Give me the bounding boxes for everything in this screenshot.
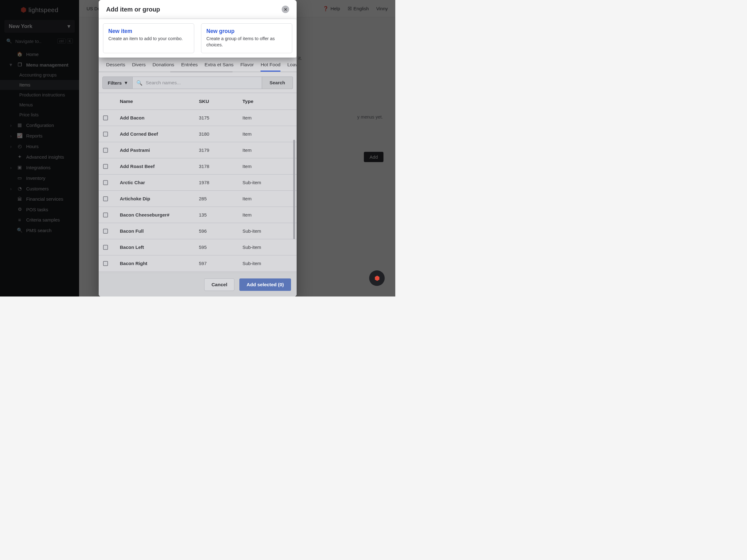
row-checkbox[interactable] <box>103 245 108 250</box>
table-row[interactable]: Add Bacon3175Item <box>99 110 297 126</box>
row-checkbox[interactable] <box>103 164 108 169</box>
row-type: Sub-item <box>242 244 292 250</box>
modal-header: Add item or group ✕ <box>99 0 297 19</box>
table-row[interactable]: Add Corned Beef3180Item <box>99 126 297 142</box>
items-table: Name SKU Type Add Bacon3175ItemAdd Corne… <box>99 93 297 272</box>
tab-donations[interactable]: Donations <box>153 62 174 72</box>
row-type: Sub-item <box>242 180 292 185</box>
tab-hot-food[interactable]: Hot Food <box>260 62 280 72</box>
new-group-card[interactable]: New group Create a group of items to off… <box>201 23 292 53</box>
search-button[interactable]: Search <box>262 77 293 89</box>
col-sku: SKU <box>199 99 242 104</box>
row-name: Add Bacon <box>120 115 199 121</box>
row-type: Item <box>242 115 292 121</box>
table-row[interactable]: Artichoke Dip285Item <box>99 191 297 207</box>
row-sku: 1978 <box>199 180 242 185</box>
search-input-wrap: 🔍 <box>133 77 262 89</box>
row-type: Item <box>242 131 292 137</box>
table-row[interactable]: Bacon Left595Sub-item <box>99 239 297 256</box>
row-name: Bacon Full <box>120 229 199 234</box>
tab-entrées[interactable]: Entrées <box>181 62 198 72</box>
row-sku: 595 <box>199 244 242 250</box>
row-type: Item <box>242 212 292 217</box>
filter-bar: Filters ▾ 🔍 Search <box>99 72 297 93</box>
table-row[interactable]: Bacon Cheeseburger#135Item <box>99 207 297 223</box>
row-name: Bacon Right <box>120 261 199 266</box>
row-type: Item <box>242 164 292 169</box>
search-input[interactable] <box>146 80 258 85</box>
card-desc: Create an item to add to your combo. <box>108 36 189 42</box>
row-type: Sub-item <box>242 229 292 234</box>
category-tabs: DessertsDiversDonationsEntréesExtra et S… <box>99 58 297 72</box>
flame-icon: ⬢ <box>375 274 380 282</box>
tab-extra-et-sans[interactable]: Extra et Sans <box>205 62 233 72</box>
row-sku: 3179 <box>199 148 242 153</box>
scrollbar[interactable] <box>293 140 295 239</box>
table-row[interactable]: Arctic Char1978Sub-item <box>99 175 297 191</box>
row-type: Item <box>242 148 292 153</box>
tab-divers[interactable]: Divers <box>132 62 146 72</box>
row-name: Artichoke Dip <box>120 196 199 201</box>
new-item-card[interactable]: New item Create an item to add to your c… <box>103 23 194 53</box>
row-type: Sub-item <box>242 261 292 266</box>
table-row[interactable]: Add Pastrami3179Item <box>99 142 297 158</box>
tab-flavor[interactable]: Flavor <box>240 62 254 72</box>
add-item-modal: Add item or group ✕ New item Create an i… <box>99 0 297 296</box>
row-sku: 285 <box>199 196 242 201</box>
row-sku: 597 <box>199 261 242 266</box>
card-title: New item <box>108 28 189 34</box>
row-sku: 3175 <box>199 115 242 121</box>
row-name: Bacon Left <box>120 244 199 250</box>
chevron-down-icon: ▾ <box>125 80 127 85</box>
table-row[interactable]: Bacon Right597Sub-item <box>99 256 297 272</box>
row-type: Item <box>242 196 292 201</box>
row-checkbox[interactable] <box>103 115 108 121</box>
card-desc: Create a group of items to offer as choi… <box>206 36 287 48</box>
col-name: Name <box>120 99 199 104</box>
row-sku: 135 <box>199 212 242 217</box>
row-name: Bacon Cheeseburger# <box>120 212 199 217</box>
row-sku: 3180 <box>199 131 242 137</box>
col-type: Type <box>242 99 292 104</box>
search-icon: 🔍 <box>136 80 143 86</box>
row-sku: 3178 <box>199 164 242 169</box>
card-row: New item Create an item to add to your c… <box>99 19 297 58</box>
row-name: Add Roast Beef <box>120 164 199 169</box>
modal-footer: Cancel Add selected (0) <box>99 272 297 296</box>
row-checkbox[interactable] <box>103 132 108 137</box>
row-checkbox[interactable] <box>103 261 108 266</box>
row-sku: 596 <box>199 229 242 234</box>
row-name: Add Pastrami <box>120 148 199 153</box>
fab-button[interactable]: ⬢ <box>369 270 385 286</box>
row-name: Arctic Char <box>120 180 199 185</box>
tab-loaves[interactable]: Loaves <box>287 62 297 72</box>
card-title: New group <box>206 28 287 34</box>
cancel-button[interactable]: Cancel <box>204 278 234 291</box>
row-checkbox[interactable] <box>103 148 108 153</box>
table-header: Name SKU Type <box>99 93 297 110</box>
table-row[interactable]: Bacon Full596Sub-item <box>99 223 297 239</box>
modal-title: Add item or group <box>106 6 160 13</box>
filters-button[interactable]: Filters ▾ <box>102 77 133 89</box>
add-selected-button[interactable]: Add selected (0) <box>239 278 291 291</box>
modal-body: DessertsDiversDonationsEntréesExtra et S… <box>99 58 297 296</box>
row-checkbox[interactable] <box>103 196 108 201</box>
row-name: Add Corned Beef <box>120 131 199 137</box>
tab-desserts[interactable]: Desserts <box>106 62 125 72</box>
close-button[interactable]: ✕ <box>282 6 289 13</box>
row-checkbox[interactable] <box>103 180 108 185</box>
table-row[interactable]: Add Roast Beef3178Item <box>99 158 297 175</box>
row-checkbox[interactable] <box>103 229 108 234</box>
filters-label: Filters <box>108 80 122 85</box>
close-icon: ✕ <box>284 7 287 12</box>
row-checkbox[interactable] <box>103 212 108 217</box>
